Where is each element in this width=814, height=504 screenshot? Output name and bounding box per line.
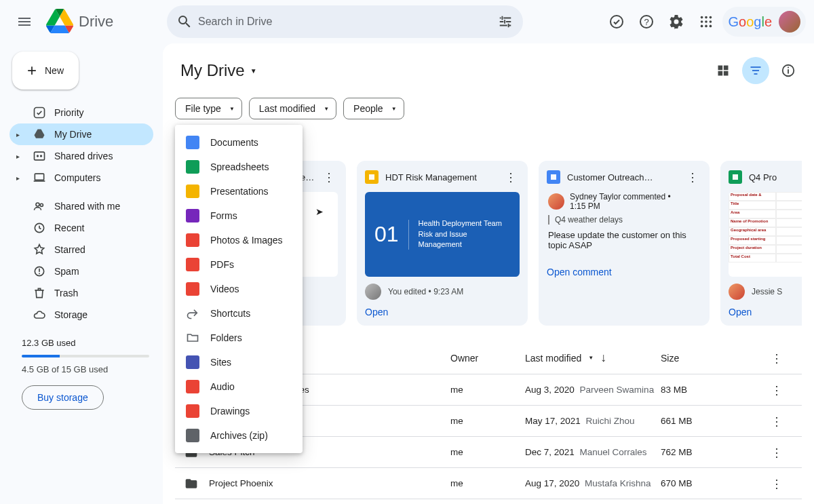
- column-owner[interactable]: Owner: [450, 353, 525, 364]
- sidebar-item-my-drive[interactable]: ▸My Drive: [9, 123, 153, 145]
- suggested-card[interactable]: Q4 Pro⋯Proposal date &TitleAreaName of P…: [720, 161, 802, 326]
- file-type-option-label: Photos & Images: [210, 235, 283, 246]
- chip-file-type[interactable]: File type ▼: [175, 98, 242, 119]
- sort-arrow-down-icon[interactable]: ↓: [600, 351, 606, 365]
- spam-icon: [33, 265, 46, 278]
- svg-rect-17: [34, 180, 45, 182]
- sidebar-item-trash[interactable]: ▸Trash: [9, 282, 153, 304]
- file-size: 670 MB: [661, 478, 769, 488]
- table-header-more-icon[interactable]: ⋯: [769, 350, 786, 366]
- card-preview: Proposal date &TitleAreaName of Promotio…: [729, 192, 802, 277]
- settings-icon[interactable]: [663, 8, 690, 35]
- advanced-search-icon[interactable]: [492, 8, 519, 35]
- chip-last-modified[interactable]: Last modified ▼: [249, 98, 336, 119]
- clock-icon: [33, 221, 46, 235]
- sidebar-item-label: Starred: [54, 244, 85, 255]
- location-dropdown[interactable]: My Drive ▼: [175, 58, 263, 83]
- search-bar[interactable]: [167, 5, 523, 38]
- file-type-icon: [186, 160, 199, 174]
- sidebar-item-storage[interactable]: ▸Storage: [9, 304, 153, 326]
- svg-rect-23: [39, 273, 40, 275]
- filter-chip-row: File type ▼ Last modified ▼ People ▼: [175, 98, 802, 119]
- user-avatar[interactable]: [779, 11, 800, 33]
- sidebar-item-computers[interactable]: ▸Computers: [9, 167, 153, 189]
- suggested-card[interactable]: Customer Outreach…⋯Sydney Taylor comment…: [539, 161, 710, 326]
- card-more-icon[interactable]: ⋯: [503, 169, 520, 185]
- file-type-option-videos[interactable]: Videos: [175, 277, 303, 301]
- sidebar-item-label: My Drive: [54, 129, 92, 140]
- svg-point-8: [710, 20, 712, 23]
- card-open-action[interactable]: Open comment: [547, 267, 701, 277]
- sidebar-item-label: Recent: [54, 222, 84, 233]
- cloud-icon: [33, 308, 46, 322]
- page-title: My Drive: [180, 61, 245, 80]
- file-type-option-shortcuts[interactable]: Shortcuts: [175, 301, 303, 326]
- file-type-option-spreadsheets[interactable]: Spreadsheets: [175, 155, 303, 179]
- sidebar-item-starred[interactable]: ▸Starred: [9, 239, 153, 260]
- column-size[interactable]: Size: [661, 353, 769, 364]
- row-more-icon[interactable]: ⋯: [769, 444, 786, 461]
- people-icon: [33, 199, 46, 213]
- support-icon[interactable]: ?: [633, 8, 660, 35]
- card-open-action[interactable]: Open: [365, 307, 520, 317]
- details-icon[interactable]: [775, 57, 802, 84]
- sidebar-item-priority[interactable]: ▸Priority: [9, 102, 153, 123]
- search-input[interactable]: [198, 16, 492, 28]
- file-type-option-pdfs[interactable]: PDFs: [175, 252, 303, 277]
- sidebar-item-label: Shared drives: [54, 151, 113, 161]
- file-type-icon: [186, 404, 199, 418]
- file-type-option-photos-images[interactable]: Photos & Images: [175, 228, 303, 252]
- file-type-option-label: Videos: [210, 284, 239, 294]
- sidebar-item-shared-with-me[interactable]: ▸Shared with me: [9, 195, 153, 217]
- file-type-option-label: Shortcuts: [210, 308, 250, 319]
- file-type-option-sites[interactable]: Sites: [175, 350, 303, 374]
- chip-label: Last modified: [259, 103, 315, 114]
- drive-logo[interactable]: Drive: [46, 7, 161, 37]
- layout-grid-icon[interactable]: [710, 57, 737, 84]
- sidebar-item-recent[interactable]: ▸Recent: [9, 217, 153, 239]
- search-icon[interactable]: [171, 8, 198, 35]
- plus-icon: +: [27, 62, 37, 79]
- file-last-modified: Dec 7, 2021 Manuel Corrales: [525, 447, 661, 457]
- file-type-option-audio[interactable]: Audio: [175, 374, 303, 399]
- buy-storage-button[interactable]: Buy storage: [22, 385, 104, 410]
- file-type-option-label: Audio: [210, 381, 235, 392]
- file-type-option-folders[interactable]: Folders: [175, 326, 303, 350]
- chip-people[interactable]: People ▼: [343, 98, 404, 119]
- chevron-down-icon: ▼: [391, 106, 397, 112]
- file-type-option-forms[interactable]: Forms: [175, 203, 303, 228]
- row-more-icon[interactable]: ⋯: [769, 413, 786, 429]
- google-account-chip[interactable]: Google: [722, 7, 806, 37]
- file-type-icon: [186, 307, 199, 320]
- row-more-icon[interactable]: ⋯: [769, 382, 786, 398]
- file-type-icon: [186, 331, 199, 345]
- expand-caret-icon[interactable]: ▸: [16, 153, 24, 160]
- main-menu-button[interactable]: [8, 5, 41, 38]
- expand-caret-icon[interactable]: ▸: [16, 174, 24, 182]
- row-more-icon[interactable]: ⋯: [769, 476, 786, 492]
- shared-drive-icon: [33, 149, 46, 163]
- file-type-option-label: Spreadsheets: [210, 161, 269, 172]
- new-button[interactable]: + New: [12, 52, 79, 90]
- file-row[interactable]: Project PhoenixmeAug 17, 2020 Mustafa Kr…: [175, 468, 802, 499]
- filter-toggle-icon[interactable]: [742, 57, 769, 84]
- google-apps-icon[interactable]: [693, 8, 720, 35]
- card-more-icon[interactable]: ⋯: [322, 169, 338, 185]
- sidebar-item-shared-drives[interactable]: ▸Shared drives: [9, 145, 153, 167]
- column-last-modified[interactable]: Last modified ▼ ↓: [525, 351, 661, 365]
- file-type-option-presentations[interactable]: Presentations: [175, 179, 303, 203]
- chevron-down-icon: ▼: [229, 106, 235, 112]
- expand-caret-icon[interactable]: ▸: [16, 131, 24, 138]
- card-more-icon[interactable]: ⋯: [685, 169, 701, 185]
- file-type-option-drawings[interactable]: Drawings: [175, 399, 303, 423]
- file-type-option-documents[interactable]: Documents: [175, 130, 303, 155]
- svg-rect-13: [35, 152, 45, 160]
- ready-offline-icon[interactable]: [603, 8, 630, 35]
- sidebar-item-label: Priority: [54, 107, 84, 118]
- card-open-action[interactable]: Open: [729, 307, 802, 317]
- suggested-card[interactable]: HDT Risk Management⋯01Health Deployment …: [357, 161, 528, 326]
- sidebar-item-spam[interactable]: ▸Spam: [9, 260, 153, 282]
- file-type-option-archives-zip-[interactable]: Archives (zip): [175, 423, 303, 448]
- header-actions: ? Google: [603, 7, 806, 37]
- svg-point-3: [701, 16, 703, 19]
